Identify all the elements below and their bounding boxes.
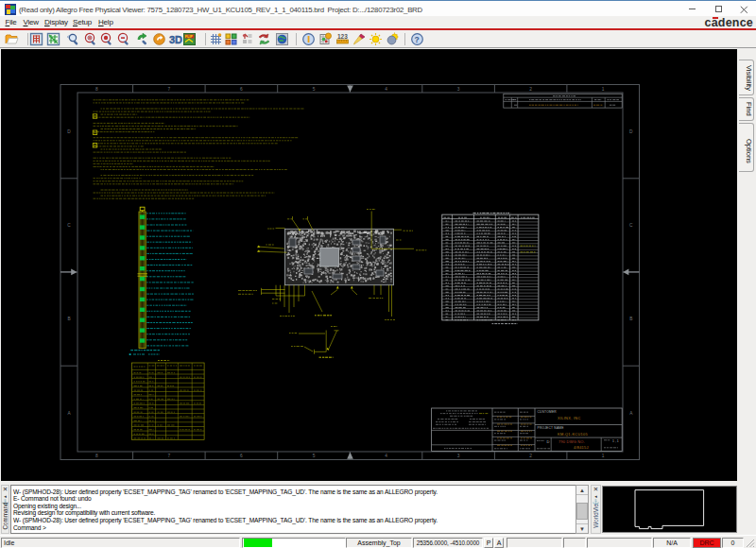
svg-text:1: 1 xyxy=(602,87,605,92)
svg-text:2: 2 xyxy=(529,454,532,458)
svg-text:B: B xyxy=(629,317,632,321)
svg-text:6: 6 xyxy=(240,454,243,458)
svg-text:D: D xyxy=(629,129,633,134)
svg-text:3D: 3D xyxy=(169,34,182,45)
svg-text:4: 4 xyxy=(385,87,387,92)
svg-text:5: 5 xyxy=(313,87,316,92)
svg-text:PROJECT NAME: PROJECT NAME xyxy=(538,426,565,430)
svg-text:C: C xyxy=(67,223,71,228)
svg-text:4/8415J: 4/8415J xyxy=(574,445,589,450)
svg-text:2: 2 xyxy=(529,87,532,92)
svg-text:8: 8 xyxy=(95,87,98,92)
svg-text:A: A xyxy=(629,411,633,416)
svg-text:3: 3 xyxy=(457,454,460,458)
svg-text:7: 7 xyxy=(167,454,170,458)
svg-text:FLIP: FLIP xyxy=(185,35,193,39)
svg-text:KM-Q1-KCU105: KM-Q1-KCU105 xyxy=(558,432,588,437)
svg-text:?: ? xyxy=(414,35,419,44)
svg-text:A: A xyxy=(67,411,71,416)
svg-text:7: 7 xyxy=(167,87,170,92)
svg-text:CUSTOMER: CUSTOMER xyxy=(538,410,558,414)
svg-text:6: 6 xyxy=(240,87,243,92)
svg-text:8: 8 xyxy=(95,454,98,458)
svg-text:123: 123 xyxy=(337,33,348,40)
svg-text:C: C xyxy=(629,223,633,228)
svg-text:790 DWG NO.: 790 DWG NO. xyxy=(558,439,585,444)
svg-text:3: 3 xyxy=(457,87,460,92)
svg-text:D: D xyxy=(547,439,550,444)
svg-text:XILINX, INC: XILINX, INC xyxy=(558,416,581,420)
svg-text:D: D xyxy=(67,129,71,134)
svg-text:B: B xyxy=(67,317,70,321)
svg-text:1 , 1: 1 , 1 xyxy=(612,439,619,443)
svg-text:5: 5 xyxy=(313,454,316,458)
svg-text:1: 1 xyxy=(602,454,605,458)
svg-text:4: 4 xyxy=(385,454,387,458)
